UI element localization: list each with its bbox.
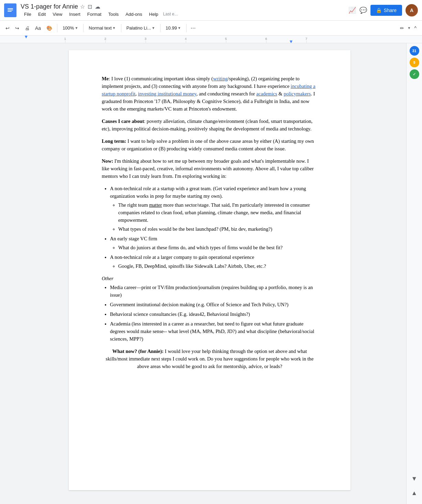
causes-label: Causes I care about bbox=[102, 118, 144, 124]
svg-text:4: 4 bbox=[185, 37, 187, 41]
share-lock-icon: 🔒 bbox=[376, 8, 382, 13]
style-value: Normal text bbox=[89, 25, 111, 31]
zoom-select[interactable]: 100% ▼ bbox=[60, 24, 80, 32]
last-edited: Last e... bbox=[162, 12, 178, 16]
spell-check-button[interactable]: Aa bbox=[33, 24, 43, 32]
other-bullet-2: Government institutional decision making… bbox=[110, 301, 318, 308]
sub-bullet-list-3: Google, FB, DeepMind, spinoffs like Side… bbox=[118, 262, 318, 270]
sub-bullet-1-2-text: What types of roles would be the best la… bbox=[118, 226, 272, 232]
sub-bullet-2-1-text: What do juniors at these firms do, and w… bbox=[118, 245, 282, 250]
share-label: Share bbox=[384, 8, 397, 13]
bullet-2: An early stage VC firm What do juniors a… bbox=[110, 235, 318, 251]
paint-format-button[interactable]: 🎨 bbox=[44, 24, 54, 32]
more-options[interactable]: ··· bbox=[189, 24, 197, 32]
style-arrow: ▼ bbox=[112, 26, 116, 30]
ruler: 1 2 3 4 5 6 7 bbox=[0, 36, 422, 43]
svg-text:6: 6 bbox=[265, 37, 267, 41]
divider-3 bbox=[121, 24, 121, 32]
font-value: Palatino Li... bbox=[126, 25, 151, 31]
nav-down-icon: ▼ bbox=[411, 475, 418, 482]
fontsize-value: 10.99 bbox=[166, 25, 177, 31]
share-button[interactable]: 🔒 Share bbox=[370, 5, 402, 16]
title-area: VS 1-pager for Annie ☆ ⊡ ☁ File Edit Vie… bbox=[19, 3, 346, 18]
divider-4 bbox=[160, 24, 160, 32]
nav-down-button[interactable]: ▼ bbox=[408, 472, 421, 485]
svg-text:7: 7 bbox=[306, 37, 307, 41]
trending-icon[interactable]: 📈 bbox=[348, 7, 356, 14]
avatar: A bbox=[406, 4, 418, 16]
sub-bullet-list-2: What do juniors at these firms do, and w… bbox=[118, 244, 318, 251]
notification-badge-3[interactable]: ✓ bbox=[410, 69, 419, 79]
bullet-2-text: An early stage VC firm bbox=[110, 236, 157, 241]
sub-bullet-list-1: The right team matter more than sector/s… bbox=[118, 201, 318, 233]
menu-addons[interactable]: Add-ons bbox=[122, 11, 145, 18]
undo-button[interactable]: ↩ bbox=[3, 24, 12, 32]
bullet-1-text: A non-technical role at a startup with a… bbox=[110, 186, 306, 199]
svg-text:2: 2 bbox=[104, 37, 106, 41]
main-area: Me: I love (1) communicating important i… bbox=[0, 43, 422, 504]
writing-link[interactable]: writing bbox=[213, 76, 227, 81]
pencil-arrow[interactable]: ▼ bbox=[408, 26, 411, 30]
menu-edit[interactable]: Edit bbox=[35, 11, 49, 18]
other-bullet-list: Media career—print or TV/film production… bbox=[110, 284, 318, 343]
other-bullet-3: Behavioral science consultancies (E.g. i… bbox=[110, 310, 318, 318]
me-text-1: : I love (1) communicating important ide… bbox=[109, 76, 213, 81]
bullet-3-text: A non-technical role at a larger company… bbox=[110, 254, 254, 260]
nav-up-button[interactable]: ▲ bbox=[408, 487, 421, 499]
other-bullet-3-text: Behavioral science consultancies (E.g. i… bbox=[110, 311, 250, 317]
sub-bullet-2-1: What do juniors at these firms do, and w… bbox=[118, 244, 318, 251]
bullet-1: A non-technical role at a startup with a… bbox=[110, 185, 318, 233]
fontsize-select[interactable]: 10.99 ▼ bbox=[163, 24, 183, 32]
causes-paragraph: Causes I care about: poverty alleviation… bbox=[102, 117, 318, 133]
badge-1-value: 31 bbox=[412, 49, 416, 53]
title-icons: ☆ ⊡ ☁ bbox=[80, 3, 100, 10]
svg-rect-1 bbox=[8, 8, 13, 9]
nav-up-icon: ▲ bbox=[411, 490, 418, 497]
now-text: I'm thinking about how to set me up betw… bbox=[102, 158, 314, 179]
other-bullet-4: Academia (less interested in a career as… bbox=[110, 320, 318, 343]
sub-bullet-1-1: The right team matter more than sector/s… bbox=[118, 201, 318, 224]
font-select[interactable]: Palatino Li... ▼ bbox=[124, 24, 157, 32]
svg-text:3: 3 bbox=[145, 37, 146, 41]
topbar-right: 📈 💬 🔒 Share A bbox=[348, 4, 418, 16]
menu-help[interactable]: Help bbox=[146, 11, 162, 18]
svg-text:5: 5 bbox=[225, 37, 227, 41]
notification-badge-1[interactable]: 31 bbox=[410, 46, 419, 56]
cloud-icon[interactable]: ☁ bbox=[95, 3, 100, 10]
menu-format[interactable]: Format bbox=[84, 11, 105, 18]
comment-icon[interactable]: 💬 bbox=[359, 7, 367, 14]
policymakers-link[interactable]: policymakers bbox=[284, 91, 311, 96]
menu-file[interactable]: File bbox=[21, 11, 35, 18]
academics-link[interactable]: academics bbox=[256, 91, 277, 96]
drive-icon[interactable]: ⊡ bbox=[88, 3, 92, 10]
other-label: Other bbox=[102, 276, 113, 281]
menu-view[interactable]: View bbox=[49, 11, 66, 18]
badge-3-value: ✓ bbox=[413, 72, 416, 77]
zoom-value: 100% bbox=[63, 25, 74, 31]
svg-text:1: 1 bbox=[64, 37, 66, 41]
fontsize-arrow: ▼ bbox=[178, 26, 181, 30]
badge-2-value: 9 bbox=[413, 60, 415, 65]
doc-title[interactable]: VS 1-pager for Annie bbox=[21, 3, 78, 10]
other-bullet-2-text: Government institutional decision making… bbox=[110, 302, 288, 307]
pencil-icon[interactable]: ✏ bbox=[398, 24, 406, 32]
sub-bullet-3-1-text: Google, FB, DeepMind, spinoffs like Side… bbox=[118, 263, 266, 269]
me-paragraph: Me: I love (1) communicating important i… bbox=[102, 75, 318, 113]
sidebar-right-panel: 31 9 ✓ ▼ ▲ bbox=[406, 43, 422, 504]
star-icon[interactable]: ☆ bbox=[80, 3, 85, 10]
bullet-3: A non-technical role at a larger company… bbox=[110, 253, 318, 270]
redo-button[interactable]: ↪ bbox=[13, 24, 21, 32]
now-paragraph: Now: I'm thinking about how to set me up… bbox=[102, 157, 318, 180]
toolbar: ↩ ↪ 🖨 Aa 🎨 100% ▼ Normal text ▼ Palatino… bbox=[0, 21, 422, 36]
me-text-5: & bbox=[277, 91, 284, 96]
style-select[interactable]: Normal text ▼ bbox=[86, 24, 118, 32]
collapse-toolbar-button[interactable]: ^ bbox=[412, 24, 419, 32]
other-bullet-1-text: Media career—print or TV/film production… bbox=[110, 285, 313, 298]
menu-tools[interactable]: Tools bbox=[105, 11, 122, 18]
investing-link[interactable]: investing institutional money bbox=[138, 91, 196, 96]
google-docs-icon bbox=[4, 3, 16, 17]
menu-insert[interactable]: Insert bbox=[66, 11, 84, 18]
doc-area[interactable]: Me: I love (1) communicating important i… bbox=[0, 43, 419, 504]
notification-badge-2[interactable]: 9 bbox=[410, 58, 419, 67]
print-button[interactable]: 🖨 bbox=[23, 24, 32, 32]
